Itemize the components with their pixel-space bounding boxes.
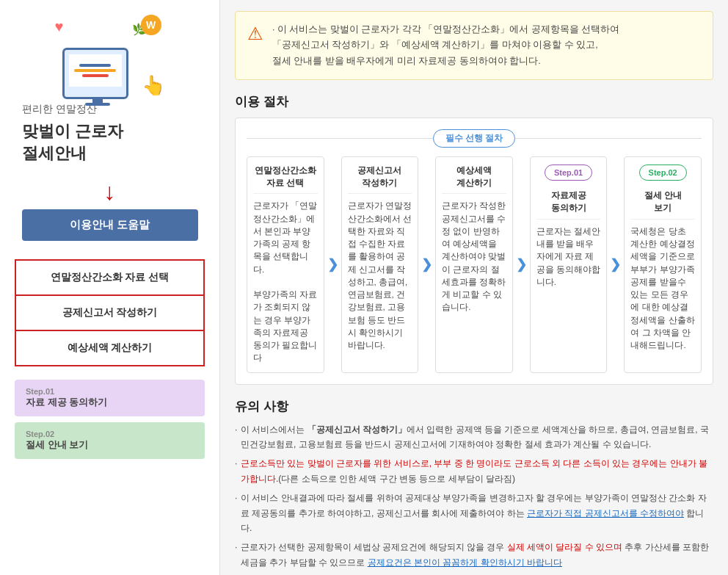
step-card-3: 예상세액계산하기 근로자가 작성한 공제신고서를 수정 없이 반영하여 예상세액… [435,156,513,373]
step02-label: Step.02 [26,430,194,438]
warning-icon: ⚠ [247,23,263,44]
step-card-02-body: 국세청은 당초 계산한 예상결정세액을 기준으로 부부가 부양가족 공제를 받을… [630,225,695,352]
note-item-2: 근로소득만 있는 맞벌이 근로자를 위한 서비스로, 부부 중 한 명이라도 근… [235,456,713,486]
notice-text: · 이 서비스는 맞벌이 근로자가 각각 「연말정산간소화」에서 공제항목을 선… [272,22,619,69]
step02-button[interactable]: Step.02 절세 안내 보기 [15,422,205,459]
step-card-02: Step.02 절세 안내보기 국세청은 당초 계산한 예상결정세액을 기준으로… [624,156,702,373]
down-arrow-icon: ↓ [15,178,205,206]
sidebar-hero: ♥ 🌿 W 👆 편리한 연말정산 맞벌이 근로자절세안내 ↓ 이용안내 도움말 [0,0,219,259]
step-card-2-title: 공제신고서작성하기 [348,164,412,195]
step-card-2: 공제신고서작성하기 근로자가 연말정산간소화에서 선택한 자료와 직접 수집한 … [341,156,419,373]
step02-text: 절세 안내 보기 [26,439,88,450]
step02-badge: Step.02 [639,164,687,181]
notice-box: ⚠ · 이 서비스는 맞벌이 근로자가 각각 「연말정산간소화」에서 공제항목을… [235,11,713,80]
notes-section: 유의 사항 이 서비스에서는 「공제신고서 작성하기」에서 입력한 공제액 등을… [235,398,713,571]
step-card-1-title: 연말정산간소화자료 선택 [253,164,318,195]
step-card-1-body: 근로자가 「연말정산간소화」에서 본인과 부양가족의 공제 항목을 선택합니다.… [253,200,318,364]
nav-item-annual[interactable]: 연말정산간소화 자료 선택 [15,259,205,294]
sidebar: ♥ 🌿 W 👆 편리한 연말정산 맞벌이 근로자절세안내 ↓ 이용안내 도움말 … [0,0,220,575]
coin-icon: W [141,15,161,35]
arrow-icon-3: ❯ [513,156,530,373]
sidebar-subtitle: 편리한 연말정산 [15,103,97,116]
steps-header: 필수 선행 절차 [247,129,702,148]
arrow-icon-2: ❯ [418,156,435,373]
steps-flow: 연말정산간소화자료 선택 근로자가 「연말정산간소화」에서 본인과 부양가족의 … [247,156,702,373]
step-card-3-body: 근로자가 작성한 공제신고서를 수정 없이 반영하여 예상세액을 계산하여야 맞… [442,200,506,314]
step01-button[interactable]: Step.01 자료 제공 동의하기 [15,380,205,416]
nav-item-deduction[interactable]: 공제신고서 작성하기 [15,294,205,330]
steps-section: 필수 선행 절차 연말정산간소화자료 선택 근로자가 「연말정산간소화」에서 본… [235,117,713,385]
hand-icon: 👆 [142,74,165,97]
step-card-01: Step.01 자료제공동의하기 근로자는 절세안내를 받을 배우자에게 자료 … [530,156,608,373]
sidebar-illustration: ♥ 🌿 W 👆 [51,15,169,103]
sidebar-main-title: 맞벌이 근로자절세안내 [15,120,205,164]
step-card-2-body: 근로자가 연말정산간소화에서 선택한 자료와 직접 수집한 자료를 활용하여 공… [348,200,412,352]
step-card-1: 연말정산간소화자료 선택 근로자가 「연말정산간소화」에서 본인과 부양가족의 … [247,156,324,373]
procedure-title: 이용 절차 [235,93,713,110]
note-item-4: 근로자가 선택한 공제항목이 세법상 공제요건에 해당되지 않을 경우 실제 세… [235,540,713,570]
step-card-01-title: 자료제공동의하기 [536,189,601,220]
step-card-01-body: 근로자는 절세안내를 받을 배우자에게 자료 제공을 동의해야합니다. [536,225,601,289]
note-item-1: 이 서비스에서는 「공제신고서 작성하기」에서 입력한 공제액 등을 기준으로 … [235,422,713,452]
notes-title: 유의 사항 [235,398,713,415]
step01-badge: Step.01 [545,164,592,181]
arrow-icon-4: ❯ [607,156,624,373]
monitor-icon [62,48,128,99]
heart-icon: ♥ [55,18,64,35]
arrow-icon-1: ❯ [324,156,341,373]
sidebar-nav: 연말정산간소화 자료 선택 공제신고서 작성하기 예상세액 계산하기 [0,259,219,366]
help-button[interactable]: 이용안내 도움말 [22,209,198,241]
note-item-3: 이 서비스 안내결과에 따라 절세를 위하여 공제대상 부양가족을 변경하고자 … [235,491,713,535]
step-card-3-title: 예상세액계산하기 [442,164,506,195]
step01-text: 자료 제공 동의하기 [26,397,107,408]
step-buttons: Step.01 자료 제공 동의하기 Step.02 절세 안내 보기 [0,366,219,459]
prerequisite-badge: 필수 선행 절차 [433,129,516,148]
step-card-02-title: 절세 안내보기 [630,189,695,220]
step01-label: Step.01 [26,387,194,396]
nav-item-estimate[interactable]: 예상세액 계산하기 [15,330,205,366]
main-content: ⚠ · 이 서비스는 맞벌이 근로자가 각각 「연말정산간소화」에서 공제항목을… [220,0,728,575]
